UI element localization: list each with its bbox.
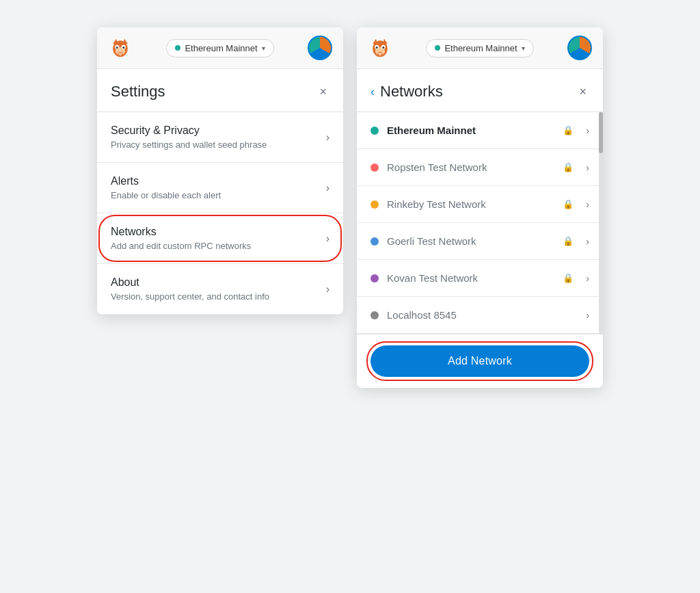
- settings-item-networks[interactable]: Networks Add and edit custom RPC network…: [97, 213, 343, 264]
- settings-header: Settings ×: [97, 69, 343, 112]
- networks-desc: Add and edit custom RPC networks: [111, 241, 319, 251]
- settings-item-security[interactable]: Security & Privacy Privacy settings and …: [97, 112, 343, 163]
- network-item-localhost[interactable]: Localhost 8545 ›: [357, 297, 603, 334]
- settings-item-alerts-content: Alerts Enable or disable each alert: [111, 175, 319, 200]
- network-name-ethereum: Ethereum Mainnet: [387, 124, 554, 136]
- account-avatar-right[interactable]: [567, 36, 592, 60]
- network-item-ropsten[interactable]: Ropsten Test Network 🔒 ›: [357, 149, 603, 186]
- settings-close-button[interactable]: ×: [317, 83, 329, 101]
- network-item-goerli[interactable]: Goerli Test Network 🔒 ›: [357, 223, 603, 260]
- top-bar-right: Ethereum Mainnet ▾: [357, 27, 603, 69]
- network-name-right: Ethereum Mainnet: [444, 43, 517, 53]
- security-desc: Privacy settings and wallet seed phrase: [111, 140, 319, 150]
- add-network-button[interactable]: Add Network: [371, 345, 589, 377]
- networks-title: Networks: [111, 226, 319, 238]
- settings-item-security-content: Security & Privacy Privacy settings and …: [111, 124, 319, 150]
- network-dot-goerli: [371, 237, 379, 246]
- fox-logo-left: [108, 36, 133, 60]
- network-name-kovan: Kovan Test Network: [387, 272, 554, 284]
- chevron-right-ropsten: ›: [586, 162, 589, 173]
- network-name-localhost: Localhost 8545: [387, 309, 578, 321]
- networks-panel-title: Networks: [380, 83, 443, 101]
- chevron-right-ethereum: ›: [586, 125, 589, 136]
- settings-item-about-content: About Version, support center, and conta…: [111, 276, 319, 302]
- back-button[interactable]: ‹: [371, 85, 375, 98]
- settings-item-networks-content: Networks Add and edit custom RPC network…: [111, 226, 319, 251]
- network-name: Ethereum Mainnet: [185, 43, 257, 53]
- lock-icon-ropsten: 🔒: [563, 162, 574, 172]
- lock-icon-goerli: 🔒: [563, 236, 574, 246]
- chevron-down-icon: ▾: [262, 44, 265, 52]
- settings-item-alerts[interactable]: Alerts Enable or disable each alert ›: [97, 163, 343, 213]
- svg-point-6: [116, 47, 118, 49]
- network-name-ropsten: Ropsten Test Network: [387, 161, 554, 173]
- network-item-rinkeby[interactable]: Rinkeby Test Network 🔒 ›: [357, 186, 603, 223]
- svg-point-16: [376, 47, 378, 49]
- settings-title: Settings: [111, 83, 165, 101]
- network-item-ethereum[interactable]: Ethereum Mainnet 🔒 ›: [357, 112, 603, 149]
- network-status-dot: [175, 45, 180, 51]
- network-dot-ropsten: [371, 163, 379, 172]
- fox-logo-right: [368, 36, 392, 60]
- networks-header-left: ‹ Networks: [371, 83, 443, 101]
- network-name-goerli: Goerli Test Network: [387, 235, 554, 247]
- network-status-dot-right: [435, 45, 440, 51]
- network-dot-ethereum: [371, 127, 379, 135]
- account-avatar-left[interactable]: [308, 36, 332, 60]
- lock-icon-kovan: 🔒: [563, 273, 574, 283]
- about-desc: Version, support center, and contact inf…: [111, 291, 319, 302]
- security-title: Security & Privacy: [111, 124, 319, 137]
- add-network-footer: Add Network: [357, 334, 603, 388]
- chevron-right-goerli: ›: [586, 236, 589, 247]
- network-selector-right[interactable]: Ethereum Mainnet ▾: [426, 39, 533, 57]
- chevron-right-kovan: ›: [586, 273, 589, 284]
- network-list: Ethereum Mainnet 🔒 › Ropsten Test Networ…: [357, 112, 603, 334]
- settings-panel-body: Settings × Security & Privacy Privacy se…: [97, 69, 343, 315]
- chevron-right-localhost: ›: [586, 310, 589, 321]
- network-dot-kovan: [371, 274, 379, 282]
- network-dot-localhost: [371, 311, 379, 319]
- network-name-rinkeby: Rinkeby Test Network: [387, 198, 554, 210]
- scroll-indicator: [599, 112, 603, 334]
- network-dot-rinkeby: [371, 200, 379, 209]
- alerts-title: Alerts: [111, 175, 319, 187]
- networks-close-button[interactable]: ×: [576, 83, 589, 101]
- scroll-thumb: [599, 112, 603, 153]
- chevron-right-rinkeby: ›: [586, 199, 589, 210]
- networks-header: ‹ Networks ×: [357, 69, 603, 112]
- svg-point-17: [382, 47, 384, 49]
- network-selector-left[interactable]: Ethereum Mainnet ▾: [166, 39, 273, 57]
- svg-point-7: [122, 47, 124, 49]
- top-bar-left: Ethereum Mainnet ▾: [97, 27, 343, 69]
- chevron-right-icon: ›: [326, 233, 329, 245]
- about-title: About: [111, 276, 319, 289]
- alerts-desc: Enable or disable each alert: [111, 190, 319, 200]
- lock-icon-rinkeby: 🔒: [563, 199, 574, 209]
- settings-item-about[interactable]: About Version, support center, and conta…: [97, 264, 343, 315]
- chevron-right-icon: ›: [326, 182, 329, 194]
- chevron-right-icon: ›: [326, 131, 329, 144]
- lock-icon-ethereum: 🔒: [563, 125, 574, 135]
- chevron-down-icon-right: ▾: [522, 44, 525, 52]
- network-item-kovan[interactable]: Kovan Test Network 🔒 ›: [357, 260, 603, 297]
- chevron-right-icon: ›: [326, 283, 329, 295]
